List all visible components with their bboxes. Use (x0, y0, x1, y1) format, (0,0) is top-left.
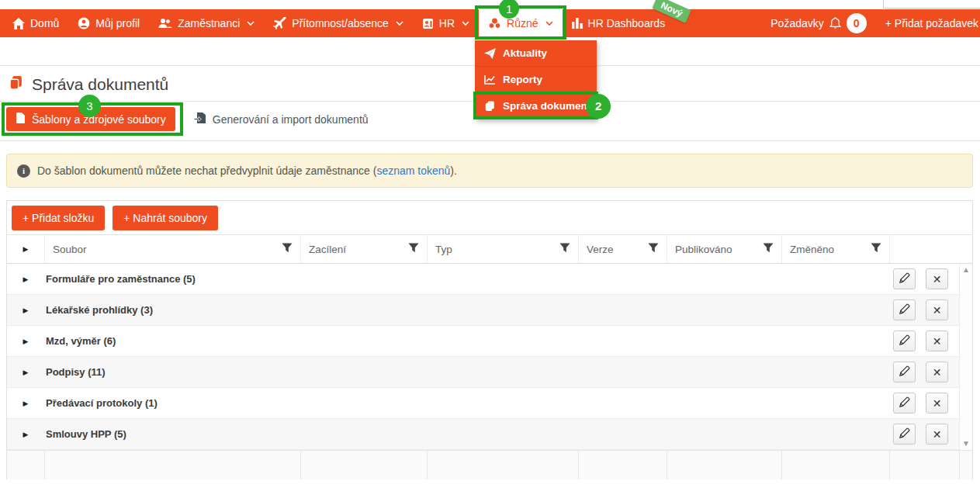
row-expander[interactable]: ▶ (7, 275, 44, 283)
copy-docs-icon (484, 100, 496, 112)
edit-button[interactable] (893, 331, 916, 351)
filter-icon[interactable] (408, 243, 419, 255)
nav-item-hr-dashboards[interactable]: HR Dashboards (563, 9, 675, 37)
edit-button[interactable] (893, 299, 916, 320)
pencil-icon (899, 365, 910, 379)
triangle-right-icon: ▶ (23, 400, 29, 407)
banner-text: Do šablon dokumentů můžete nechat předvy… (37, 164, 457, 177)
row-actions: ✕ (893, 331, 959, 351)
add-request-label: + Přidat požadavek (885, 17, 978, 29)
requests-label: Požadavky (770, 17, 823, 29)
nav-item-my-profile[interactable]: Můj profil (68, 9, 149, 37)
delete-button[interactable]: ✕ (926, 362, 948, 382)
triangle-right-icon: ▶ (23, 306, 29, 314)
folder-name: Lékařské prohlídky (3) (44, 304, 893, 316)
scroll-up-icon[interactable]: ▲ (962, 266, 970, 274)
pencil-icon (899, 396, 910, 410)
table-row: ▶ Lékařské prohlídky (3) ✕ (7, 295, 972, 326)
folder-name: Formuláře pro zaměstnance (5) (44, 273, 893, 285)
nav-item-hr[interactable]: HR (413, 9, 479, 37)
filter-icon[interactable] (282, 243, 293, 255)
nav-label: Zaměstnanci (178, 17, 240, 29)
user-icon (78, 17, 90, 29)
table-row: ▶ Formuláře pro zaměstnance (5) ✕ (7, 264, 972, 295)
requests-count-badge: 0 (847, 13, 867, 33)
delete-button[interactable]: ✕ (926, 424, 948, 445)
grid-body: ▶ Formuláře pro zaměstnance (5) ✕ ▶ Léka… (7, 264, 972, 450)
add-folder-button[interactable]: + Přidat složku (12, 206, 105, 230)
app-window: Domů Můj profil Zaměstnanci Přítomnost/a… (0, 0, 980, 488)
triangle-right-icon: ▶ (23, 337, 29, 345)
filter-icon[interactable] (871, 243, 881, 255)
column-header-soubor[interactable]: Soubor (44, 235, 300, 263)
dashboards-icon (572, 18, 583, 29)
nav-label: HR (439, 17, 455, 29)
tokens-link[interactable]: seznam tokenů (376, 164, 450, 177)
nav-item-home[interactable]: Domů (3, 9, 68, 37)
documents-grid: + Přidat složku + Nahrát soubory ▶ Soubo… (6, 200, 973, 479)
row-expander[interactable]: ▶ (7, 431, 44, 438)
edit-button[interactable] (893, 362, 916, 382)
chevron-down-icon (545, 21, 553, 26)
nav-item-employees[interactable]: Zaměstnanci (149, 9, 264, 37)
add-request-button[interactable]: + Přidat požadavek (876, 9, 980, 37)
row-expander[interactable]: ▶ (7, 337, 44, 345)
delete-button[interactable]: ✕ (926, 393, 948, 414)
row-actions: ✕ (893, 268, 959, 289)
tab-strip: Šablony a zdrojové soubory 3 Generování … (6, 107, 369, 131)
scrollbar-spacer (959, 235, 972, 263)
main-navbar: Domů Můj profil Zaměstnanci Přítomnost/a… (0, 9, 980, 37)
footer-cell (7, 451, 44, 479)
requests-button[interactable]: Požadavky 0 (761, 9, 875, 37)
edit-button[interactable] (893, 393, 916, 414)
column-header-publikovano[interactable]: Publikováno (667, 235, 781, 263)
scroll-down-icon[interactable]: ▼ (962, 440, 970, 448)
row-expander[interactable]: ▶ (7, 400, 44, 407)
grid-footer (7, 450, 972, 479)
column-header-zacileni[interactable]: Zacílení (300, 235, 427, 263)
menu-label: Reporty (503, 74, 542, 85)
grid-header: ▶ Soubor Zacílení Typ Verze Publikováno (7, 235, 972, 264)
delete-button[interactable]: ✕ (926, 331, 948, 351)
menu-label: Aktuality (503, 47, 547, 59)
upload-files-button[interactable]: + Nahrát soubory (113, 206, 218, 230)
close-icon: ✕ (933, 428, 942, 441)
filter-icon[interactable] (648, 243, 659, 255)
triangle-right-icon: ▶ (23, 275, 29, 283)
nav-item-attendance[interactable]: Přítomnost/absence (264, 9, 413, 37)
nav-item-misc[interactable]: Různé 1 Aktuality Reporty Správa dokumen… (479, 9, 562, 37)
row-actions: ✕ (893, 362, 959, 382)
delete-button[interactable]: ✕ (926, 268, 948, 289)
send-icon (484, 48, 496, 59)
footer-cell (959, 451, 972, 479)
chevron-down-icon (462, 21, 469, 26)
info-banner: i Do šablon dokumentů můžete nechat před… (6, 154, 973, 188)
delete-button[interactable]: ✕ (926, 299, 948, 320)
filter-icon[interactable] (763, 243, 774, 255)
column-header-zmeneno[interactable]: Změněno (781, 235, 889, 263)
triangle-right-icon: ▶ (23, 369, 29, 376)
close-icon: ✕ (933, 397, 942, 410)
edit-button[interactable] (893, 268, 916, 289)
info-icon: i (17, 164, 30, 178)
menu-item-document-management[interactable]: Správa dokumentů 2 (475, 93, 597, 119)
tab-templates-and-sources[interactable]: Šablony a zdrojové soubory 3 (6, 107, 175, 131)
tab-generate-import[interactable]: Generování a import dokumentů (194, 112, 369, 126)
folder-name: Předávací protokoly (1) (44, 397, 893, 409)
close-icon: ✕ (933, 273, 942, 286)
edit-button[interactable] (893, 424, 916, 445)
menu-item-news[interactable]: Aktuality (475, 40, 597, 67)
column-header-verze[interactable]: Verze (578, 235, 667, 263)
row-expander[interactable]: ▶ (7, 306, 44, 314)
hr-badge-icon (422, 18, 434, 29)
table-row: ▶ Předávací protokoly (1) ✕ (7, 388, 972, 419)
row-expander[interactable]: ▶ (7, 369, 44, 376)
folder-name: Podpisy (11) (44, 366, 893, 378)
filter-icon[interactable] (559, 243, 570, 255)
plane-icon (273, 17, 286, 29)
vertical-scrollbar[interactable]: ▲ ▼ (959, 264, 972, 450)
expand-all-header[interactable]: ▶ (7, 235, 44, 263)
navbar-right: Požadavky 0 + Přidat požadavek (761, 9, 980, 37)
column-header-typ[interactable]: Typ (427, 235, 578, 263)
menu-item-reports[interactable]: Reporty (475, 67, 597, 93)
